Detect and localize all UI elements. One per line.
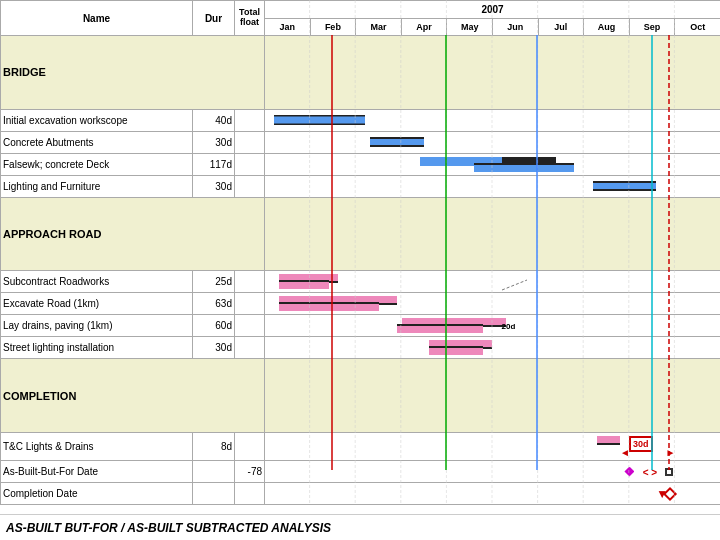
gantt-completion-date: ▼ [265,483,721,505]
task-row-falsewk: Falsewk; concrete Deck 117d [1,153,721,175]
month-jun: Jun [493,19,539,35]
gantt-street-light [265,337,721,359]
year-header: 2007 [265,1,721,19]
task-row-lighting: Lighting and Furniture 30d [1,175,721,197]
arrow-right: ► [665,447,675,458]
footer-label: AS-BUILT BUT-FOR / AS-BUILT SUBTRACTED A… [0,514,720,540]
drain-label-20d: 20d [502,321,516,330]
task-row-completion-date: Completion Date ▼ [1,483,721,505]
bar-exc-pink2 [279,304,379,311]
section-completion: COMPLETION [1,359,721,433]
arrow-down-red: ▼ [656,487,668,501]
task-row-subcontract: Subcontract Roadworks 25d [1,271,721,293]
task-row-initial-excavation: Initial excavation workscope 40d [1,109,721,131]
col-dur: Dur [193,1,235,36]
month-jan: Jan [265,19,311,35]
month-aug: Aug [584,19,630,35]
main-container: Name Dur Totalfloat 2007 Jan Feb Mar Apr… [0,0,720,540]
month-feb: Feb [311,19,357,35]
gantt-as-built: < > [265,461,721,483]
task-row-tc-lights: T&C Lights & Drains 8d 30d ◄ ► [1,433,721,461]
gantt-initial-excav [265,109,721,131]
task-row-lay-drains: Lay drains, paving (1km) 60d 20d [1,315,721,337]
bar-sub-pink2 [279,282,329,289]
month-jul: Jul [539,19,585,35]
month-may: May [447,19,493,35]
label-30d: 30d [629,436,653,452]
task-row-as-built: As-Built-But-For Date -78 < > [1,461,721,483]
bar-initial-excav-blue [274,117,365,124]
section-bridge: BRIDGE [1,36,721,110]
bar-falsewk-blue2 [474,165,574,172]
gantt-concrete-abut [265,131,721,153]
bar-lighting-blue [593,183,657,189]
gantt-falsewk [265,153,721,175]
task-row-excavate: Excavate Road (1km) 63d [1,293,721,315]
month-oct: Oct [675,19,720,35]
bar-tc-pink [597,436,620,443]
footer-text: AS-BUILT BUT-FOR / AS-BUILT SUBTRACTED A… [6,521,331,535]
bar-drain-pink2 [397,326,483,333]
gantt-table: Name Dur Totalfloat 2007 Jan Feb Mar Apr… [0,0,720,505]
gantt-subcontract [265,271,721,293]
compare-arrows: < > [643,466,657,477]
bar-sl-pink2 [429,348,484,355]
diamond-asbuilt [624,467,634,477]
section-bridge-gantt [265,36,721,110]
month-sep: Sep [630,19,676,35]
months-header: Jan Feb Mar Apr May Jun Jul Aug Sep Oct [265,19,721,36]
gantt-drains: 20d [265,315,721,337]
task-row-concrete-abutments: Concrete Abutments 30d [1,131,721,153]
section-approach: APPROACH ROAD [1,197,721,271]
month-apr: Apr [402,19,448,35]
month-mar: Mar [356,19,402,35]
gantt-lighting [265,175,721,197]
bar-concrete-abut-blue [370,139,425,145]
col-name: Name [1,1,193,36]
col-float: Totalfloat [235,1,265,36]
gantt-excavate [265,293,721,315]
arrow-left: ◄ [620,447,630,458]
gantt-tc-lights: 30d ◄ ► [265,433,721,461]
square-asbuilt [665,468,673,476]
task-row-street-lighting: Street lighting installation 30d [1,337,721,359]
